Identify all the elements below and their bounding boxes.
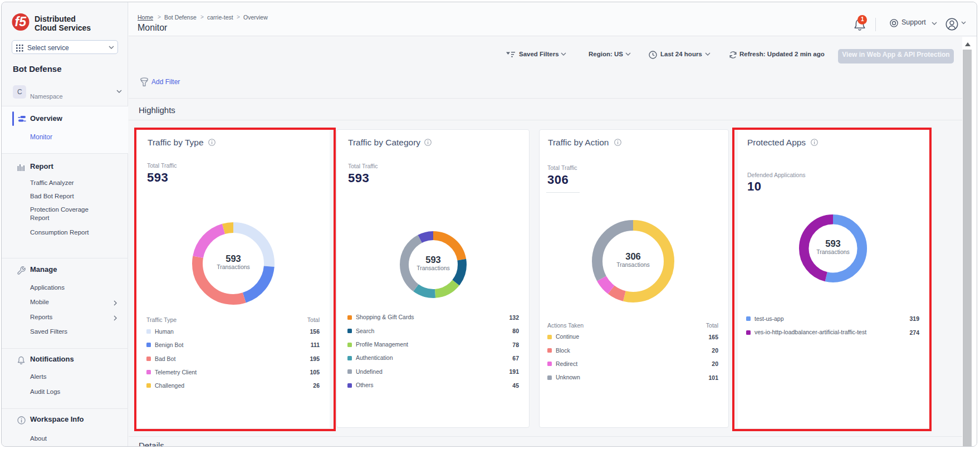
svg-text:f5: f5	[15, 14, 27, 29]
